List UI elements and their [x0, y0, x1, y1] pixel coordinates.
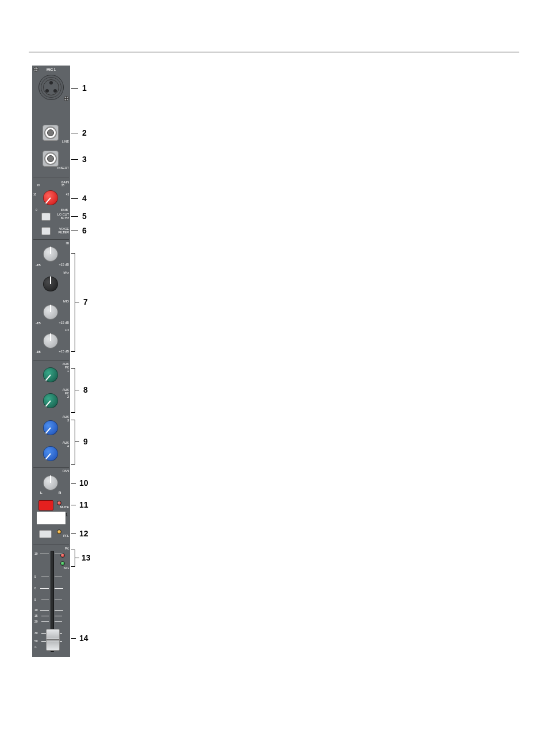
page: MIC 1 LINE INSERT GAIN 0 10 20 35 45	[0, 0, 548, 756]
gain-knob[interactable]: 0 10 20 35 45 60 dB	[41, 189, 60, 207]
channel-fader[interactable]	[46, 629, 60, 651]
aux4-label: AUX 4	[63, 442, 69, 448]
callout-line	[71, 88, 78, 89]
callout-11: 11	[79, 500, 88, 509]
callout-4: 4	[82, 194, 87, 203]
aux4-knob[interactable]	[41, 444, 60, 463]
callout-line	[71, 231, 78, 231]
pfl-led	[57, 529, 61, 534]
callout-line	[71, 534, 76, 534]
bracket	[71, 420, 75, 465]
callout-2: 2	[82, 128, 87, 137]
divider	[33, 178, 69, 178]
lo-cut-label: LO CUT 80 Hz	[57, 213, 69, 220]
aux-fx1-knob[interactable]	[41, 366, 60, 384]
callout-14: 14	[79, 634, 88, 643]
callout-line	[75, 558, 79, 558]
bracket	[71, 253, 75, 352]
callout-1: 1	[82, 83, 87, 93]
bracket	[71, 368, 75, 413]
voice-filter-button[interactable]	[41, 227, 51, 235]
channel-number: 1	[32, 513, 68, 517]
callout-line	[71, 483, 76, 483]
callout-line	[71, 216, 78, 217]
panel-screw	[64, 96, 69, 101]
line-label: LINE	[62, 140, 69, 144]
callout-line	[75, 442, 79, 442]
callout-5: 5	[82, 212, 87, 221]
aux1-label: AUX FX 1	[63, 363, 69, 373]
divider	[33, 467, 69, 468]
channel-strip: MIC 1 LINE INSERT GAIN 0 10 20 35 45	[32, 66, 70, 657]
pfl-label: PFL	[63, 535, 69, 538]
callout-line	[71, 638, 76, 639]
callout-line	[75, 302, 79, 302]
callout-10: 10	[79, 478, 88, 488]
callout-6: 6	[82, 226, 87, 235]
callout-8: 8	[83, 385, 88, 394]
voice-filter-label: VOICE FILTER	[58, 228, 69, 235]
eq-mid-knob[interactable]	[41, 303, 60, 321]
channel-title: MIC 1	[32, 68, 70, 71]
callout-line	[75, 390, 79, 390]
line-jack[interactable]	[43, 125, 59, 141]
eq-lo-label: LO	[65, 329, 69, 332]
eq-khz-label: kHz	[64, 271, 69, 275]
mute-label: MUTE	[60, 506, 69, 509]
eq-khz-knob[interactable]	[41, 275, 60, 293]
divider	[33, 544, 69, 544]
divider	[33, 360, 69, 360]
bracket	[71, 550, 75, 567]
callout-7: 7	[83, 297, 88, 306]
aux-fx2-knob[interactable]	[41, 392, 60, 410]
insert-jack[interactable]	[43, 151, 59, 167]
pfl-button[interactable]	[39, 530, 52, 538]
callout-3: 3	[82, 155, 87, 164]
insert-label: INSERT	[57, 167, 69, 170]
callout-9: 9	[83, 437, 88, 446]
callout-13: 13	[82, 553, 91, 562]
callout-line	[71, 159, 78, 160]
fader-area: 10 5 0 5 10 15 20 30 50 ∞	[36, 548, 67, 654]
callout-12: 12	[79, 529, 88, 538]
callout-line	[71, 505, 76, 505]
mute-led	[57, 501, 61, 505]
pan-label: PAN	[63, 470, 69, 473]
pan-knob[interactable]	[41, 474, 60, 492]
lo-cut-button[interactable]	[41, 213, 51, 221]
mute-button[interactable]	[38, 500, 53, 511]
xlr-input[interactable]	[38, 75, 64, 100]
divider	[33, 239, 69, 240]
eq-hi-knob[interactable]	[41, 245, 60, 263]
eq-hi-label: HI	[66, 242, 70, 245]
eq-lo-knob[interactable]	[41, 332, 60, 350]
header-rule	[29, 52, 519, 52]
callout-line	[71, 133, 78, 133]
callout-line	[71, 198, 78, 199]
aux3-knob[interactable]	[41, 419, 60, 437]
aux2-label: AUX FX 2	[63, 389, 69, 398]
aux3-label: AUX 3	[63, 416, 69, 423]
eq-mid-label: MID	[63, 300, 69, 304]
